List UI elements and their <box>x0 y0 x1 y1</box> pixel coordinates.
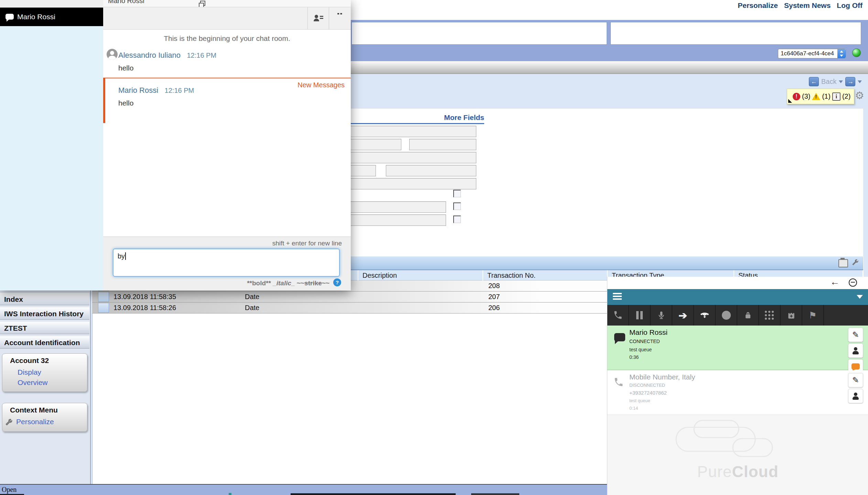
back-menu-caret-icon[interactable] <box>839 80 843 83</box>
mute-icon[interactable] <box>651 305 672 326</box>
header-panel-right <box>610 22 861 45</box>
avatar <box>107 49 118 60</box>
clipped-text-fragment <box>471 493 519 495</box>
forward-arrow-button[interactable]: → <box>845 77 855 86</box>
link-personalize[interactable]: Personalize <box>738 1 778 10</box>
table-settings-icon[interactable] <box>851 258 859 267</box>
link-personalize[interactable]: Personalize <box>16 418 54 426</box>
record-icon[interactable] <box>716 305 737 326</box>
select-stepper-icon[interactable] <box>837 49 846 58</box>
pencil-icon: ✎ <box>852 375 859 385</box>
purecloud-wordmark: PureCloud <box>607 462 868 481</box>
column-header-description[interactable]: Description <box>358 270 483 280</box>
edit-button[interactable]: ✎ <box>848 373 863 387</box>
history-nav: ← Back → <box>809 77 862 86</box>
collapse-caret-icon[interactable] <box>857 295 863 299</box>
row-select-cell[interactable] <box>98 292 109 302</box>
message-alert-bar[interactable]: ! (3) (1) i (2) <box>787 89 854 104</box>
back-arrow-icon[interactable]: ← <box>830 277 839 287</box>
message-time: 12:16 PM <box>187 52 216 59</box>
link-log-off[interactable]: Log Off <box>837 1 862 10</box>
phone-icon[interactable] <box>607 305 629 326</box>
widget-header <box>607 289 868 305</box>
secure-pause-icon[interactable] <box>737 305 759 326</box>
cell-date: 13.09.2018 11:58:35 <box>113 293 176 301</box>
transfer-icon[interactable]: ➔ <box>672 305 694 326</box>
message-text: hello <box>118 64 133 72</box>
unread-marker-bar <box>103 78 105 123</box>
open-label[interactable]: Open <box>2 486 17 494</box>
newline-hint: shift + enter for new line <box>272 240 342 247</box>
popout-icon[interactable] <box>200 1 205 6</box>
contact-button[interactable] <box>848 343 863 358</box>
message-sender: Alessandro Iuliano <box>118 51 181 59</box>
app-root: Personalize System News Log Off 1c6406a7… <box>0 0 868 495</box>
row-select-cell[interactable] <box>98 303 109 313</box>
link-display[interactable]: Display <box>18 368 41 376</box>
flag-icon[interactable]: ⚑ <box>802 305 824 326</box>
hold-icon[interactable] <box>629 305 651 326</box>
formatting-help-icon[interactable]: ? <box>333 278 341 286</box>
chat-roster-panel <box>0 0 103 290</box>
top-links: Personalize System News Log Off <box>738 1 862 10</box>
form-checkbox[interactable] <box>453 190 461 197</box>
chat-interaction-card[interactable]: Mario Rossi CONNECTED test queue 0:36 ✎ <box>607 326 868 370</box>
minimize-icon[interactable] <box>849 278 857 287</box>
dialpad-icon[interactable] <box>759 305 781 326</box>
form-checkbox[interactable] <box>453 202 461 210</box>
chat-input[interactable]: by <box>113 249 340 277</box>
context-menu-panel: Context Menu Personalize <box>2 403 87 432</box>
sidebar-item-ztest[interactable]: ZTEST <box>0 322 89 334</box>
form-field[interactable] <box>386 165 476 176</box>
session-guid: 1c6406a7-ecf4-4ce4 <box>778 49 837 58</box>
account-32-panel: Account 32 Display Overview <box>2 353 87 392</box>
new-messages-divider <box>103 78 351 78</box>
account-panel-title: Account 32 <box>10 356 49 365</box>
roster-item-mario-rossi[interactable]: Mario Rossi <box>0 8 103 26</box>
link-overview[interactable]: Overview <box>18 378 48 387</box>
print-icon[interactable] <box>838 259 848 267</box>
text-caret <box>125 252 126 260</box>
chat-composer: shift + enter for new line by **bold** _… <box>103 236 351 290</box>
roster-item-label: Mario Rossi <box>17 13 55 21</box>
call-controls-toolbar: ➔ ⚑ <box>607 305 868 326</box>
interaction-duration: 0:36 <box>629 354 639 360</box>
info-count: (2) <box>842 92 850 100</box>
roster-toggle-button[interactable] <box>307 7 329 29</box>
clipped-icon-fragment <box>229 493 231 495</box>
message-header: Mario Rossi 12:16 PM <box>118 86 194 95</box>
interaction-number: +393272407862 <box>629 390 667 396</box>
quote-button[interactable]: “ <box>329 7 350 29</box>
back-label: Back <box>821 78 836 86</box>
status-orb-icon <box>852 48 861 57</box>
edit-button[interactable]: ✎ <box>848 328 863 342</box>
menu-icon[interactable] <box>613 293 622 301</box>
more-fields-link[interactable]: More Fields <box>406 113 484 122</box>
cell-date: 13.09.2018 11:58:26 <box>113 304 176 312</box>
message-text: hello <box>118 99 133 107</box>
chat-beginning-text: This is the beginning of your chat room. <box>103 34 351 43</box>
schedule-icon[interactable] <box>781 305 802 326</box>
sidebar-item-account-identification[interactable]: Account Identification <box>0 336 89 349</box>
back-arrow-button[interactable]: ← <box>809 77 819 86</box>
sidebar-item-index[interactable]: Index <box>0 293 89 305</box>
link-system-news[interactable]: System News <box>784 1 831 10</box>
info-icon: i <box>832 92 840 101</box>
cell-transaction-no: 208 <box>488 282 500 290</box>
contact-button[interactable] <box>848 389 863 403</box>
sidebar-item-iws-interaction-history[interactable]: IWS Interaction History <box>0 307 89 320</box>
form-checkbox[interactable] <box>453 216 461 223</box>
forward-menu-caret-icon[interactable] <box>858 80 862 83</box>
gear-icon[interactable]: ⚙ <box>855 89 864 101</box>
interaction-name: Mario Rossi <box>629 328 668 337</box>
session-select[interactable]: 1c6406a7-ecf4-4ce4 <box>778 49 846 58</box>
column-header-transaction-no[interactable]: Transaction No. <box>483 270 608 280</box>
person-icon <box>852 347 859 354</box>
form-field[interactable] <box>409 139 476 150</box>
clipped-text-fragment <box>291 493 456 495</box>
hangup-icon[interactable] <box>694 305 716 326</box>
phone-icon <box>614 377 624 389</box>
call-interaction-card[interactable]: Mobile Number, Italy DISCONNECTED +39327… <box>607 370 868 415</box>
cell-transaction-no: 206 <box>488 304 500 312</box>
message-time: 12:16 PM <box>165 87 194 94</box>
